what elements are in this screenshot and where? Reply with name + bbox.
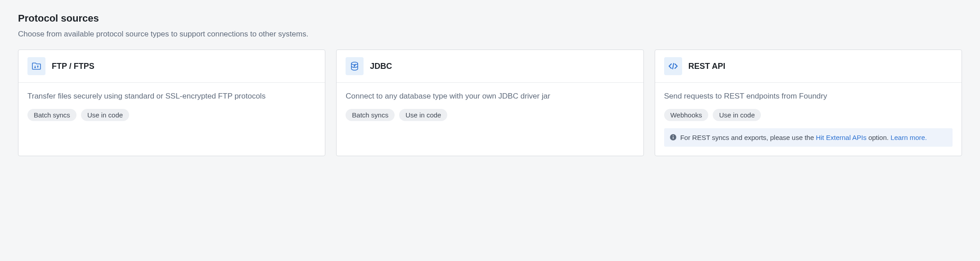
source-card-rest-api[interactable]: REST API Send requests to REST endpoints… <box>655 50 962 156</box>
info-callout: For REST syncs and exports, please use t… <box>664 128 953 147</box>
source-card-ftp[interactable]: FTP / FTPS Transfer files securely using… <box>18 50 325 156</box>
tag-batch-syncs: Batch syncs <box>346 109 395 121</box>
card-description: Transfer files securely using standard o… <box>27 91 316 102</box>
card-tags: Batch syncs Use in code <box>346 109 634 121</box>
svg-line-1 <box>673 63 674 69</box>
database-icon <box>346 57 364 75</box>
card-header: JDBC <box>337 50 643 83</box>
card-body: Transfer files securely using standard o… <box>18 83 325 156</box>
info-prefix: For REST syncs and exports, please use t… <box>680 134 816 141</box>
source-card-jdbc[interactable]: JDBC Connect to any database type with y… <box>336 50 643 156</box>
svg-point-0 <box>351 62 358 65</box>
tag-use-in-code: Use in code <box>399 109 447 121</box>
card-title: REST API <box>688 62 725 71</box>
svg-point-4 <box>673 135 674 136</box>
info-text: For REST syncs and exports, please use t… <box>680 133 947 142</box>
card-body: Send requests to REST endpoints from Fou… <box>655 83 962 156</box>
tag-batch-syncs: Batch syncs <box>27 109 76 121</box>
card-title: FTP / FTPS <box>52 62 94 71</box>
card-tags: Webhooks Use in code <box>664 109 953 121</box>
card-header: FTP / FTPS <box>18 50 325 83</box>
card-description: Send requests to REST endpoints from Fou… <box>664 91 953 102</box>
learn-more-link[interactable]: Learn more. <box>890 134 927 141</box>
card-header: REST API <box>655 50 962 83</box>
card-tags: Batch syncs Use in code <box>27 109 316 121</box>
code-icon <box>664 57 682 75</box>
cards-row: FTP / FTPS Transfer files securely using… <box>18 50 962 156</box>
hit-external-apis-link[interactable]: Hit External APIs <box>816 134 867 141</box>
svg-rect-3 <box>673 137 674 139</box>
card-description: Connect to any database type with your o… <box>346 91 634 102</box>
folder-transfer-icon <box>27 57 45 75</box>
info-icon <box>670 134 677 141</box>
section-title: Protocol sources <box>18 13 962 24</box>
tag-use-in-code: Use in code <box>81 109 129 121</box>
card-title: JDBC <box>370 62 392 71</box>
section-subtitle: Choose from available protocol source ty… <box>18 30 962 39</box>
tag-use-in-code: Use in code <box>713 109 761 121</box>
info-middle: option. <box>867 134 890 141</box>
tag-webhooks: Webhooks <box>664 109 709 121</box>
card-body: Connect to any database type with your o… <box>337 83 643 156</box>
